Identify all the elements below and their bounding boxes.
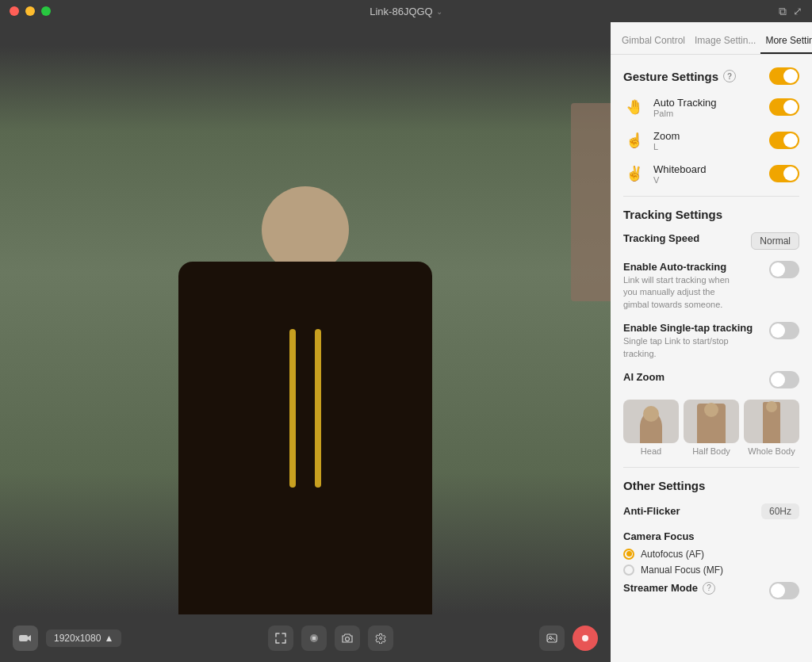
- gesture-item-whiteboard: ✌️ Whiteboard V: [623, 163, 799, 185]
- expand-button[interactable]: [268, 626, 293, 651]
- zoom-thumb-head-img: [623, 400, 679, 443]
- camera-focus-options: Autofocus (AF) Manual Focus (MF): [623, 549, 799, 576]
- tracking-speed-value[interactable]: Normal: [751, 232, 799, 250]
- settings-button[interactable]: [368, 626, 393, 651]
- camera-controls-left: 1920x1080 ▲: [13, 626, 121, 651]
- zoom-thumb-whole-img: [744, 400, 799, 443]
- single-tap-label-group: Enable Single-tap tracking Single tap Li…: [623, 322, 753, 360]
- fullscreen-icon[interactable]: ⤢: [793, 5, 802, 18]
- person-container: [123, 170, 488, 614]
- camera-focus-label: Camera Focus: [623, 530, 799, 542]
- tab-gimbal[interactable]: Gimbal Control: [617, 29, 690, 54]
- auto-tracking-toggle[interactable]: [769, 98, 799, 116]
- zoom-thumb-head-label: Head: [641, 446, 661, 456]
- window-title: Link-86JQGQ: [370, 6, 432, 17]
- zoom-thumb-whole[interactable]: Whole Body: [744, 400, 799, 456]
- manual-focus-label: Manual Focus (MF): [641, 564, 723, 576]
- tracking-speed-label: Tracking Speed: [623, 232, 699, 244]
- gesture-item-autotracking: 🤚 Auto Tracking Palm: [623, 96, 799, 118]
- camera-top-bar: [0, 22, 611, 46]
- panel-tabs: Gimbal Control Image Settin... More Sett…: [611, 22, 812, 55]
- pip-icon[interactable]: ⧉: [779, 5, 787, 18]
- streamer-mode-left: Streamer Mode ?: [623, 582, 715, 595]
- side-object: [571, 103, 611, 301]
- gesture-settings-header: Gesture Settings ?: [623, 67, 799, 85]
- ai-zoom-label: AI Zoom: [623, 371, 665, 383]
- zoom-thumb-half-label: Half Body: [692, 446, 730, 456]
- other-settings-header: Other Settings: [623, 479, 799, 492]
- whiteboard-toggle[interactable]: [769, 165, 799, 182]
- whiteboard-emoji: ✌️: [623, 163, 645, 185]
- zoom-toggle[interactable]: [769, 132, 799, 149]
- camera-controls-center: [268, 626, 393, 651]
- virtual-bg-button[interactable]: [539, 626, 565, 651]
- auto-tracking-label-group: Enable Auto-tracking Link will start tra…: [623, 261, 734, 311]
- other-settings-title: Other Settings: [623, 479, 705, 492]
- auto-tracking-sub: Palm: [653, 109, 761, 118]
- resolution-arrow: ▲: [104, 633, 113, 644]
- camera-toggle-button[interactable]: [13, 626, 38, 651]
- auto-tracking-setting-label: Enable Auto-tracking: [623, 261, 734, 273]
- single-tap-row: Enable Single-tap tracking Single tap Li…: [623, 322, 799, 360]
- ai-zoom-row: AI Zoom: [623, 371, 799, 388]
- title-chevron[interactable]: ⌄: [436, 7, 442, 16]
- zoom-thumb-half[interactable]: Half Body: [684, 400, 739, 456]
- whiteboard-name: Whiteboard: [653, 163, 761, 175]
- hoodie-string-right: [315, 329, 321, 488]
- ai-zoom-toggle[interactable]: [769, 371, 799, 388]
- hoodie-string-left: [289, 329, 296, 488]
- whiteboard-sub: V: [653, 175, 761, 185]
- resolution-selector[interactable]: 1920x1080 ▲: [46, 629, 121, 647]
- panel-content: Gesture Settings ? 🤚 Auto Tracking Palm …: [611, 55, 812, 662]
- divider-2: [623, 467, 799, 468]
- ai-zoom-thumbnails: Head Half Body Whole Body: [623, 400, 799, 456]
- manual-focus-radio[interactable]: [623, 564, 634, 576]
- whiteboard-info: Whiteboard V: [653, 163, 761, 185]
- divider-1: [623, 196, 799, 197]
- svg-point-6: [582, 635, 588, 641]
- svg-point-2: [345, 637, 349, 641]
- minimize-button[interactable]: [25, 6, 35, 16]
- gesture-master-toggle[interactable]: [769, 67, 799, 85]
- camera-area: 1920x1080 ▲: [0, 22, 611, 662]
- streamer-mode-row: Streamer Mode ?: [623, 582, 799, 599]
- resolution-value: 1920x1080: [54, 633, 101, 644]
- auto-tracking-setting-sub: Link will start tracking when you manual…: [623, 274, 734, 311]
- maximize-button[interactable]: [41, 6, 51, 16]
- zoom-name: Zoom: [653, 130, 761, 142]
- snapshot-button[interactable]: [335, 626, 360, 651]
- anti-flicker-label: Anti-Flicker: [623, 505, 680, 517]
- tab-image[interactable]: Image Settin...: [690, 29, 760, 54]
- autofocus-option[interactable]: Autofocus (AF): [623, 549, 799, 560]
- tracking-settings-header: Tracking Settings: [623, 208, 799, 221]
- single-tap-toggle[interactable]: [769, 322, 799, 339]
- auto-tracking-row: Enable Auto-tracking Link will start tra…: [623, 261, 799, 311]
- single-tap-sub: Single tap Link to start/stop tracking.: [623, 335, 734, 360]
- zoom-thumb-head[interactable]: Head: [623, 400, 679, 456]
- person-head: [262, 186, 349, 274]
- autofocus-radio[interactable]: [623, 549, 634, 560]
- streamer-mode-help-icon[interactable]: ?: [703, 582, 715, 595]
- tracking-speed-row: Tracking Speed Normal: [623, 232, 799, 250]
- person-body: [178, 262, 432, 614]
- tracking-settings-title: Tracking Settings: [623, 208, 722, 221]
- streamer-mode-label: Streamer Mode: [623, 582, 698, 594]
- auto-tracking-setting-toggle[interactable]: [769, 261, 799, 278]
- tab-more-settings[interactable]: More Settings: [760, 29, 812, 54]
- auto-tracking-info: Auto Tracking Palm: [653, 97, 761, 118]
- zoom-info: Zoom L: [653, 130, 761, 151]
- live-record-button[interactable]: [573, 626, 598, 651]
- manual-focus-option[interactable]: Manual Focus (MF): [623, 564, 799, 576]
- anti-flicker-row: Anti-Flicker 60Hz: [623, 503, 799, 519]
- anti-flicker-value[interactable]: 60Hz: [761, 503, 799, 519]
- camera-controls-right: [539, 626, 598, 651]
- half-figure-head: [704, 403, 718, 417]
- gesture-title-left: Gesture Settings ?: [623, 70, 736, 83]
- record-button[interactable]: [301, 626, 327, 651]
- close-button[interactable]: [10, 6, 19, 16]
- streamer-mode-toggle[interactable]: [769, 582, 799, 599]
- auto-tracking-name: Auto Tracking: [653, 97, 761, 109]
- gesture-help-icon[interactable]: ?: [723, 70, 736, 82]
- zoom-emoji: ☝️: [623, 129, 645, 151]
- titlebar-buttons: [10, 6, 51, 16]
